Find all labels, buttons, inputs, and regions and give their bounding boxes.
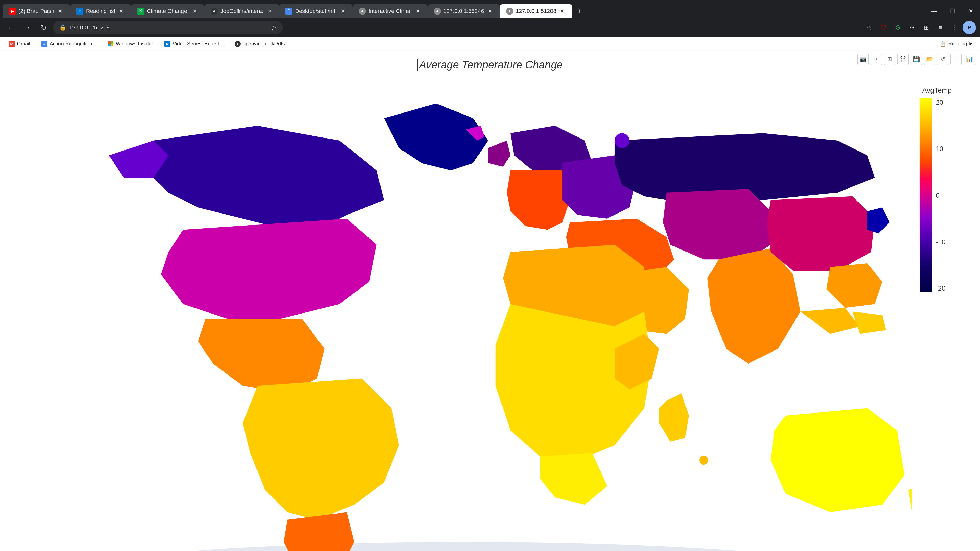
tab-close-local2[interactable]: ✕ — [559, 8, 566, 15]
tab-reading[interactable]: ≡ Reading list ✕ — [70, 4, 131, 18]
bookmark-star-icon[interactable]: ☆ — [271, 24, 277, 32]
chart-title: Average Temperature Change — [417, 59, 563, 71]
extensions-icon[interactable]: G — [891, 21, 904, 34]
chart-title-area: Average Temperature Change — [0, 51, 980, 76]
svg-rect-0 — [108, 41, 110, 44]
main-content: 📷 + ⊞ 💬 💾 📂 ↺ − 📊 Average Temperature Ch… — [0, 51, 980, 551]
profile-icon[interactable]: P — [963, 21, 976, 34]
tab-github[interactable]: ● JobCollins/intera: ✕ — [204, 4, 279, 18]
tab-close-desktop[interactable]: ✕ — [339, 8, 347, 15]
iceland2 — [614, 133, 629, 148]
svg-rect-3 — [111, 44, 113, 46]
bookmark-gmail[interactable]: M Gmail — [5, 39, 34, 48]
bookmark-favicon-gmail: M — [9, 41, 15, 47]
world-map — [20, 81, 912, 551]
bookmark-favicon-action: A — [41, 41, 48, 47]
legend-label-neg20: -20 — [936, 284, 945, 292]
bookmark-favicon-windows — [108, 41, 114, 47]
tab-climate[interactable]: K Climate Change: ✕ — [131, 4, 205, 18]
new-tab-button[interactable]: + — [572, 4, 587, 18]
island1 — [699, 456, 708, 465]
reading-list-button[interactable]: 📋 Reading list — [940, 41, 975, 47]
tracker-icon[interactable]: 🛡 — [877, 21, 890, 34]
bookmark-favicon-video: ▶ — [164, 41, 170, 47]
tab-title-climate: Climate Change: — [147, 8, 189, 14]
se-asia-path — [826, 263, 882, 308]
bookmark-windows[interactable]: Windows Insider — [104, 39, 157, 48]
tab-close-youtube[interactable]: ✕ — [57, 8, 64, 15]
bookmark-openvino[interactable]: ● openvinotoolkit/dls... — [231, 39, 293, 48]
lock-icon: 🔒 — [59, 24, 66, 31]
tab-close-climate[interactable]: ✕ — [191, 8, 198, 15]
plot-toolbar: 📷 + ⊞ 💬 💾 📂 ↺ − 📊 — [858, 54, 975, 65]
camera-tool-button[interactable]: 📷 — [858, 54, 869, 65]
legend-title: AvgTemp — [922, 86, 952, 94]
back-button[interactable]: ← — [4, 21, 18, 34]
save-tool-button[interactable]: 💾 — [911, 54, 922, 65]
tab-favicon-reading: ≡ — [76, 8, 83, 15]
tab-bar: ▶ (2) Brad Paish ✕ ≡ Reading list ✕ K Cl… — [3, 4, 925, 18]
map-container — [20, 81, 912, 551]
tab-close-local1[interactable]: ✕ — [487, 8, 494, 15]
tab-local1[interactable]: ● 127.0.0.1:55246 ✕ — [428, 4, 500, 18]
comment-tool-button[interactable]: 💬 — [897, 54, 908, 65]
bookmark-label-openvino: openvinotoolkit/dls... — [243, 41, 289, 47]
svg-rect-1 — [111, 41, 113, 44]
url-bar[interactable]: 🔒 127.0.0.1:51208 ☆ — [53, 21, 283, 34]
legend-label-10: 10 — [936, 145, 945, 153]
more-tools-icon[interactable]: ⋮ — [948, 21, 962, 34]
xbox-icon[interactable]: ⊞ — [920, 21, 933, 34]
reload-button[interactable]: ↻ — [37, 21, 50, 34]
bookmark-video[interactable]: ▶ Video Series: Edge I... — [161, 39, 227, 48]
greenland-path — [384, 103, 488, 170]
bookmark-label-action: Action Recognition... — [49, 41, 96, 47]
s-africa-path — [540, 453, 607, 505]
barchart-tool-button[interactable]: 📊 — [964, 54, 975, 65]
legend-labels: 20 10 0 -10 -20 — [936, 98, 945, 292]
reading-list-label: Reading list — [948, 41, 975, 47]
svg-point-4 — [49, 542, 882, 551]
svg-rect-2 — [108, 44, 110, 46]
uk-path — [488, 141, 510, 167]
mexico-path — [198, 319, 325, 393]
tab-title-desktop: Desktop/stuff/int: — [295, 8, 337, 14]
zoom-out-tool-button[interactable]: − — [950, 54, 962, 65]
minimize-button[interactable]: — — [925, 4, 943, 18]
tab-close-github[interactable]: ✕ — [266, 8, 273, 15]
tab-favicon-github: ● — [210, 8, 218, 15]
legend-label-20: 20 — [936, 98, 945, 106]
tab-youtube[interactable]: ▶ (2) Brad Paish ✕ — [3, 4, 70, 18]
usa-path — [161, 219, 376, 319]
tab-title-github: JobCollins/intera: — [220, 8, 263, 14]
bookmark-favicon-openvino: ● — [234, 41, 241, 47]
tab-favicon-local2: ● — [506, 8, 513, 15]
close-button[interactable]: ✕ — [962, 4, 980, 18]
zoom-in-tool-button[interactable]: + — [871, 54, 882, 65]
japan-path — [867, 207, 889, 233]
legend-color-bar — [920, 98, 932, 292]
collections-icon[interactable]: ≡ — [934, 21, 947, 34]
tab-interactive[interactable]: ● Interactive Clima: ✕ — [353, 4, 428, 18]
legend: AvgTemp 20 10 0 -10 -20 — [920, 81, 960, 292]
tab-desktop[interactable]: D Desktop/stuff/int: ✕ — [279, 4, 352, 18]
maximize-button[interactable]: ❐ — [943, 4, 962, 18]
settings-icon[interactable]: ⚙ — [905, 21, 919, 34]
favorites-icon[interactable]: ☆ — [862, 21, 876, 34]
reading-list-icon: 📋 — [940, 41, 946, 47]
reset-tool-button[interactable]: ↺ — [937, 54, 948, 65]
open-tool-button[interactable]: 📂 — [924, 54, 935, 65]
tab-close-reading[interactable]: ✕ — [118, 8, 125, 15]
zoom-box-tool-button[interactable]: ⊞ — [884, 54, 895, 65]
bookmark-action[interactable]: A Action Recognition... — [38, 39, 100, 48]
tab-title-local2: 127.0.0.1:51208 — [516, 8, 556, 14]
tab-close-interactive[interactable]: ✕ — [414, 8, 422, 15]
philippines-path — [853, 311, 886, 333]
canada-path — [146, 126, 384, 230]
w-europe-path — [507, 170, 570, 230]
india-path — [708, 248, 800, 364]
forward-button[interactable]: → — [21, 21, 34, 34]
url-text: 127.0.0.1:51208 — [69, 24, 268, 31]
legend-label-0: 0 — [936, 192, 945, 200]
browser-toolbar: ☆ 🛡 G ⚙ ⊞ ≡ ⋮ P — [862, 21, 976, 34]
tab-local2[interactable]: ● 127.0.0.1:51208 ✕ — [500, 4, 572, 18]
